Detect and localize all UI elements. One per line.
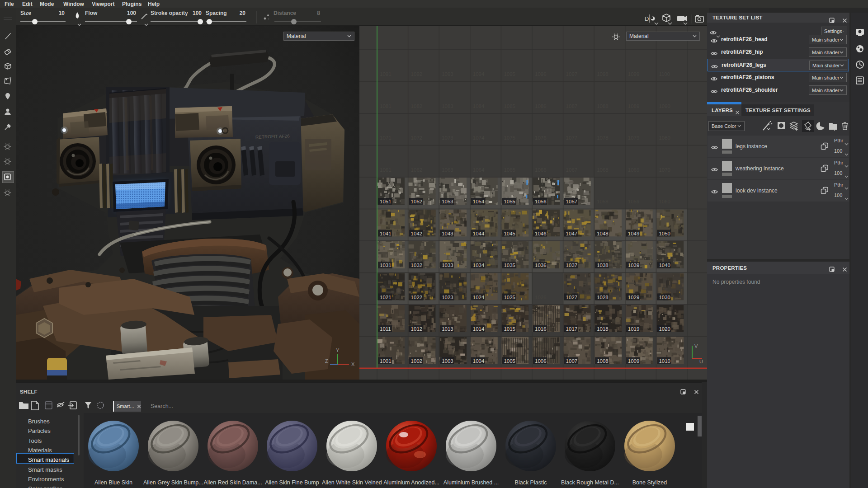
svg-text:1071: 1071 (380, 135, 392, 141)
svg-text:1046: 1046 (535, 231, 547, 236)
svg-text:1050: 1050 (659, 231, 670, 236)
svg-text:1088: 1088 (597, 103, 609, 109)
svg-text:1017: 1017 (566, 326, 578, 332)
svg-text:1080: 1080 (659, 135, 670, 141)
svg-text:1021: 1021 (380, 295, 392, 300)
svg-text:1056: 1056 (535, 199, 547, 204)
svg-text:1059: 1059 (628, 199, 640, 204)
svg-text:1086: 1086 (535, 103, 547, 109)
svg-text:1063: 1063 (442, 167, 453, 173)
svg-text:1029: 1029 (628, 295, 640, 300)
svg-text:1043: 1043 (442, 231, 453, 236)
svg-text:Z: Z (325, 358, 328, 364)
svg-text:1022: 1022 (411, 295, 423, 300)
svg-text:1033: 1033 (442, 263, 453, 268)
svg-text:1092: 1092 (411, 71, 423, 77)
svg-text:1038: 1038 (597, 263, 609, 268)
svg-text:1085: 1085 (504, 103, 515, 109)
svg-text:1055: 1055 (504, 199, 515, 204)
svg-text:1083: 1083 (442, 103, 453, 109)
svg-text:1057: 1057 (566, 199, 578, 204)
svg-text:1013: 1013 (442, 326, 453, 332)
svg-text:1040: 1040 (659, 263, 670, 268)
svg-text:1001: 1001 (380, 358, 392, 364)
svg-text:1074: 1074 (473, 135, 485, 141)
svg-text:1025: 1025 (504, 295, 515, 300)
svg-text:1039: 1039 (628, 263, 640, 268)
svg-text:1051: 1051 (380, 199, 392, 204)
svg-text:1073: 1073 (442, 135, 453, 141)
svg-text:1031: 1031 (380, 263, 392, 268)
svg-text:1036: 1036 (535, 263, 547, 268)
svg-text:1026: 1026 (535, 295, 547, 300)
svg-text:1006: 1006 (535, 358, 547, 364)
svg-text:V: V (694, 343, 698, 349)
svg-text:1069: 1069 (628, 167, 640, 173)
svg-text:1064: 1064 (473, 167, 485, 173)
svg-text:1070: 1070 (659, 167, 670, 173)
svg-text:1041: 1041 (380, 231, 392, 236)
svg-text:1078: 1078 (597, 135, 609, 141)
svg-text:1027: 1027 (566, 295, 578, 300)
svg-text:1089: 1089 (628, 103, 640, 109)
svg-text:1094: 1094 (473, 71, 485, 77)
svg-text:1032: 1032 (411, 263, 423, 268)
svg-text:1044: 1044 (473, 231, 485, 236)
svg-text:1018: 1018 (597, 326, 609, 332)
svg-text:1081: 1081 (380, 103, 392, 109)
svg-text:1077: 1077 (566, 135, 578, 141)
svg-text:1019: 1019 (628, 326, 640, 332)
svg-text:1015: 1015 (504, 326, 515, 332)
svg-text:1090: 1090 (659, 103, 670, 109)
svg-text:1072: 1072 (411, 135, 423, 141)
svg-text:1093: 1093 (442, 71, 453, 77)
svg-text:1045: 1045 (504, 231, 515, 236)
svg-text:1024: 1024 (473, 295, 485, 300)
svg-text:1076: 1076 (535, 135, 547, 141)
svg-text:1079: 1079 (628, 135, 640, 141)
svg-text:1047: 1047 (566, 231, 578, 236)
svg-text:1095: 1095 (504, 71, 515, 77)
svg-text:1003: 1003 (442, 358, 453, 364)
svg-text:1030: 1030 (659, 295, 670, 300)
svg-text:1009: 1009 (628, 358, 640, 364)
svg-text:1020: 1020 (659, 326, 670, 332)
svg-text:D: D (645, 15, 649, 22)
svg-text:1058: 1058 (597, 199, 609, 204)
svg-text:1008: 1008 (597, 358, 609, 364)
svg-text:1049: 1049 (628, 231, 640, 236)
svg-text:1014: 1014 (473, 326, 485, 332)
svg-text:1053: 1053 (442, 199, 453, 204)
svg-text:1096: 1096 (535, 71, 547, 77)
svg-text:1098: 1098 (597, 71, 609, 77)
svg-text:1067: 1067 (566, 167, 578, 173)
svg-text:1048: 1048 (597, 231, 609, 236)
svg-text:1034: 1034 (473, 263, 485, 268)
svg-text:1068: 1068 (597, 167, 609, 173)
svg-text:1100: 1100 (659, 71, 670, 77)
svg-text:1075: 1075 (504, 135, 515, 141)
svg-text:1082: 1082 (411, 103, 423, 109)
svg-text:1010: 1010 (659, 358, 670, 364)
svg-text:1091: 1091 (380, 71, 392, 77)
svg-text:1062: 1062 (411, 167, 423, 173)
svg-text:1042: 1042 (411, 231, 423, 236)
svg-text:1066: 1066 (535, 167, 547, 173)
svg-text:1097: 1097 (566, 71, 578, 77)
svg-text:1061: 1061 (380, 167, 392, 173)
svg-text:1060: 1060 (659, 199, 670, 204)
svg-text:1012: 1012 (411, 326, 423, 332)
svg-text:1052: 1052 (411, 199, 423, 204)
svg-text:1005: 1005 (504, 358, 515, 364)
svg-text:1016: 1016 (535, 326, 547, 332)
svg-text:1054: 1054 (473, 199, 485, 204)
svg-text:1004: 1004 (473, 358, 485, 364)
svg-text:1035: 1035 (504, 263, 515, 268)
svg-text:1011: 1011 (380, 326, 391, 332)
svg-text:Y: Y (336, 347, 340, 353)
svg-text:1028: 1028 (597, 295, 609, 300)
svg-text:1087: 1087 (566, 103, 578, 109)
svg-text:1002: 1002 (411, 358, 423, 364)
svg-text:1007: 1007 (566, 358, 578, 364)
svg-text:1037: 1037 (566, 263, 578, 268)
